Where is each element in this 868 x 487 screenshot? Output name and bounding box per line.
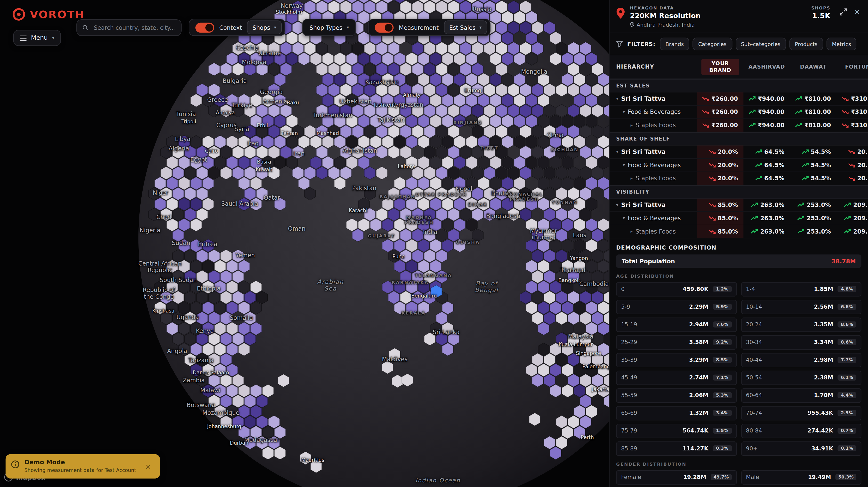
age-row: 75-79564.74K1.5%	[616, 424, 737, 438]
hierarchy-cell[interactable]: ▾Sri Sri Tattva	[610, 198, 697, 211]
search-box[interactable]	[76, 19, 182, 36]
hierarchy-cell[interactable]: ▾Food & Beverages	[610, 106, 697, 119]
filter-button-sub-categories[interactable]: Sub-categories	[735, 38, 786, 51]
age-row-percent-badge: 3.4%	[713, 410, 732, 416]
hierarchy-name: Sri Sri Tattva	[621, 201, 666, 208]
trend-down-icon	[702, 109, 709, 115]
section-header-share-of-shelf: SHARE OF SHELF	[610, 132, 868, 145]
age-row-percent-badge: 9.2%	[713, 339, 732, 345]
measurement-group: Measurement Est Sales ▾	[368, 19, 491, 36]
top-toolbar: Context Shops ▾ Shop Types ▾ Measurement…	[76, 19, 491, 36]
metric-value: 64.5%	[743, 159, 790, 171]
context-select[interactable]: Shops ▾	[247, 20, 282, 34]
gender-distribution-grid: Female19.28M49.7%Male19.49M50.3%	[610, 470, 868, 484]
column-header-daawat[interactable]: DAAWAT	[790, 63, 836, 70]
age-row-value: 3.35M	[814, 322, 833, 328]
trend-down-icon	[848, 149, 855, 154]
age-row-label: 60-64	[746, 392, 762, 398]
filter-button-products[interactable]: Products	[789, 38, 823, 51]
metric-value: 85.0%	[697, 198, 744, 211]
age-row-value: 1.85M	[814, 286, 833, 292]
age-row-percent-badge: 0.7%	[837, 428, 856, 434]
close-button[interactable]: ×	[853, 7, 862, 17]
toast-close-button[interactable]: ×	[142, 461, 154, 471]
age-row-value: 1.32M	[689, 410, 708, 416]
metric-value: 209.0%	[836, 198, 868, 211]
shops-label: SHOPS	[811, 6, 830, 11]
hierarchy-cell[interactable]: ▾Food & Beverages	[610, 212, 697, 225]
age-row: 60-641.70M4.4%	[741, 388, 862, 402]
chevron-down-icon: ▾	[616, 149, 618, 154]
panel-header: HEXAGON DATA 220KM Resolution Andhra Pra…	[610, 0, 868, 33]
panel-header-text: HEXAGON DATA 220KM Resolution Andhra Pra…	[630, 6, 701, 28]
age-row-value: 955.43K	[807, 410, 833, 416]
age-row: 40-442.98M7.7%	[741, 353, 862, 367]
age-row-value: 2.94M	[689, 322, 708, 328]
column-header-aashirvad[interactable]: AASHIRVAD	[743, 63, 790, 70]
metric-value: 263.0%	[743, 198, 790, 211]
column-header-your-brand[interactable]: YOUR BRAND	[702, 59, 739, 75]
measurement-toggle[interactable]	[375, 22, 394, 32]
trend-up-icon	[748, 96, 756, 101]
trend-down-icon	[842, 96, 849, 101]
chevron-right-icon: ▸	[631, 176, 633, 181]
filter-button-categories[interactable]: Categories	[693, 38, 732, 51]
menu-button[interactable]: Menu ▾	[13, 30, 61, 46]
trend-down-icon	[708, 229, 715, 234]
shop-types-button[interactable]: Shop Types ▾	[302, 19, 356, 36]
trend-down-icon	[848, 176, 855, 181]
hierarchy-name: Sri Sri Tattva	[621, 148, 666, 155]
hierarchy-cell[interactable]: ▾Sri Sri Tattva	[610, 92, 697, 105]
age-row: 45-492.74M7.1%	[616, 370, 737, 385]
trend-up-icon	[844, 229, 851, 234]
trend-down-icon	[842, 123, 849, 128]
trend-down-icon	[848, 163, 855, 168]
age-row-value: 564.74K	[683, 428, 709, 434]
metric-row: ▾Sri Sri Tattva₹260.00₹940.00₹810.00₹310…	[610, 92, 868, 106]
metric-row: ▾Food & Beverages20.0%64.5%54.5%20.5%	[610, 159, 868, 172]
metrics-table-header: HIERARCHY YOUR BRANDAASHIRVADDAAWATFORTU…	[610, 55, 868, 79]
age-row-label: 75-79	[621, 428, 637, 434]
hierarchy-cell[interactable]: ▾Food & Beverages	[610, 159, 697, 171]
age-row: 65-691.32M3.4%	[616, 406, 737, 420]
hierarchy-cell[interactable]: ▸Staples Foods	[610, 119, 697, 132]
chevron-right-icon: ▸	[631, 123, 633, 128]
filter-button-metrics[interactable]: Metrics	[826, 38, 856, 51]
metric-value: ₹310.00	[836, 119, 868, 132]
metric-value: ₹940.00	[743, 92, 790, 105]
hierarchy-cell[interactable]: ▸Staples Foods	[610, 172, 697, 185]
metric-value: ₹810.00	[790, 119, 836, 132]
age-row-percent-badge: 5.3%	[713, 392, 732, 398]
chevron-down-icon: ▾	[616, 96, 618, 101]
app-logo: VOROTH	[12, 7, 85, 22]
filters-bar: FILTERS: BrandsCategoriesSub-categoriesP…	[610, 33, 868, 55]
shop-types-label: Shop Types	[309, 24, 342, 31]
panel-kicker: HEXAGON DATA	[630, 6, 701, 11]
metric-value: 253.0%	[790, 212, 836, 225]
filter-button-brands[interactable]: Brands	[660, 38, 689, 51]
metric-value: 64.5%	[743, 145, 790, 158]
trend-down-icon	[708, 149, 715, 154]
metric-value: 64.5%	[743, 172, 790, 185]
trend-up-icon	[844, 202, 851, 207]
context-select-value: Shops	[252, 24, 270, 31]
metric-value: 54.5%	[790, 145, 836, 158]
search-input[interactable]	[93, 24, 176, 31]
measurement-select-value: Est Sales	[449, 24, 475, 31]
hierarchy-column-header: HIERARCHY	[610, 63, 697, 70]
age-row: 70-74955.43K2.5%	[741, 406, 862, 420]
expand-button[interactable]	[839, 7, 848, 18]
measurement-select[interactable]: Est Sales ▾	[444, 20, 487, 34]
trend-up-icon	[801, 176, 809, 181]
hierarchy-cell[interactable]: ▸Staples Foods	[610, 225, 697, 238]
column-header-fortune[interactable]: FORTUNE	[836, 63, 868, 70]
filter-funnel-icon	[616, 41, 623, 47]
app-window: NorwayRussiaUkraineCzechiaMoldovaBulgari…	[0, 0, 868, 487]
context-toggle[interactable]	[195, 22, 214, 32]
hierarchy-cell[interactable]: ▾Sri Sri Tattva	[610, 145, 697, 158]
metrics-table: HIERARCHY YOUR BRANDAASHIRVADDAAWATFORTU…	[610, 55, 868, 238]
metric-value: 20.5%	[836, 172, 868, 185]
age-row-label: 5-9	[621, 304, 630, 310]
age-row-label: 65-69	[621, 410, 637, 416]
age-row-percent-badge: 7.1%	[713, 375, 732, 381]
